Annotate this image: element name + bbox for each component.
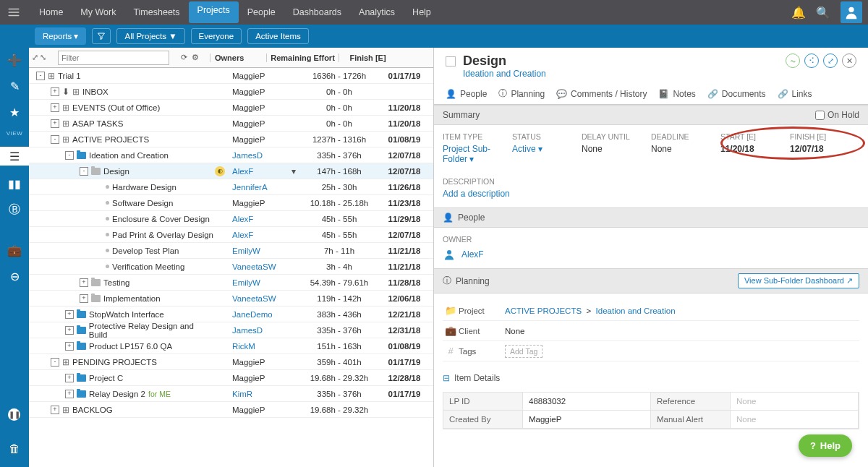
circle-minus-icon[interactable]: ⊖ (7, 268, 22, 284)
table-row[interactable]: +StopWatch InterfaceJaneDemo383h - 436h1… (29, 307, 433, 322)
table-row[interactable]: +⊞BACKLOGMaggieP19.68h - 29.32h (29, 402, 433, 418)
tree-toggle-icon[interactable]: - (51, 358, 59, 367)
row-owner[interactable]: VaneetaSW (228, 262, 284, 271)
table-row[interactable]: +Relay Design 2 for MEKimR335h - 376h01/… (29, 386, 433, 402)
breadcrumb-parent-link[interactable]: Ideation and Creation (463, 69, 546, 79)
row-owner[interactable]: JamesD (228, 151, 284, 160)
reports-button[interactable]: Reports ▾ (35, 27, 86, 45)
expand-arrows-icon[interactable]: ⤢ (32, 53, 38, 62)
close-icon[interactable]: ✕ (842, 53, 856, 68)
tree-toggle-icon[interactable]: + (65, 342, 74, 351)
nav-timesheets[interactable]: Timesheets (124, 1, 188, 23)
search-icon[interactable]: 🔍 (816, 6, 830, 20)
summary-value[interactable]: Active ▾ (512, 144, 582, 154)
table-row[interactable]: -Ideation and CreationJamesD335h - 376h1… (29, 147, 433, 163)
table-row[interactable]: -Design◐AlexF▾147h - 168h12/07/18 (29, 163, 433, 179)
tree-toggle-icon[interactable]: - (80, 167, 88, 176)
tree-toggle-icon[interactable]: + (51, 406, 59, 414)
plan-value[interactable]: None (505, 327, 859, 335)
tab-comments-history[interactable]: 💬Comments / History (556, 87, 647, 100)
tree-toggle-icon[interactable]: + (51, 119, 59, 128)
view-dashboard-button[interactable]: View Sub-Folder Dashboard ↗ (738, 273, 859, 288)
bold-view-icon[interactable]: Ⓑ (7, 202, 22, 218)
table-row[interactable]: Verification MeetingVaneetaSW3h - 4h11/2… (29, 259, 433, 275)
tab-planning[interactable]: ⓘPlanning (498, 87, 545, 100)
nav-help[interactable]: Help (404, 1, 440, 23)
row-owner[interactable]: AlexF (228, 231, 284, 239)
tree-toggle-icon[interactable]: + (80, 294, 88, 303)
filter-input[interactable] (58, 51, 169, 65)
owner-link[interactable]: AlexF (461, 249, 484, 260)
list-view-icon[interactable]: ☰ (0, 147, 29, 166)
briefcase-icon[interactable]: 💼 (7, 242, 22, 258)
expand-icon[interactable]: ⤢ (823, 53, 838, 68)
nav-projects[interactable]: Projects (189, 1, 239, 23)
rss-icon[interactable]: ⏦ (786, 53, 800, 68)
tree-toggle-icon[interactable]: + (51, 87, 59, 96)
table-row[interactable]: +⊞ASAP TASKSMaggieP0h - 0h11/20/18 (29, 116, 433, 132)
trash-icon[interactable]: 🗑 (7, 441, 22, 457)
tab-notes[interactable]: 📓Notes (658, 87, 695, 100)
nav-my-work[interactable]: My Work (72, 1, 124, 23)
gear-icon[interactable]: ⚙ (192, 53, 199, 62)
tree-toggle-icon[interactable]: - (51, 135, 59, 144)
row-owner[interactable]: EmilyW (228, 278, 284, 287)
table-row[interactable]: +Product LP157 6.0 QARickM151h - 163h01/… (29, 338, 433, 354)
table-row[interactable]: +ImplementationVaneetaSW119h - 142h12/06… (29, 291, 433, 307)
add-icon[interactable]: ➕ (7, 52, 22, 68)
tree-toggle-icon[interactable]: + (65, 310, 74, 319)
tree-toggle-icon[interactable]: + (51, 103, 59, 112)
help-button[interactable]: ?Help (799, 434, 852, 457)
nav-analytics[interactable]: Analytics (350, 1, 404, 23)
share-icon[interactable]: ⠪ (804, 53, 819, 68)
row-owner[interactable]: EmilyW (228, 247, 284, 255)
star-icon[interactable]: ★ (7, 104, 22, 120)
bell-icon[interactable]: 🔔 (791, 6, 806, 20)
table-row[interactable]: Pad Print & Overlay DesignAlexF45h - 55h… (29, 227, 433, 243)
collapse-toggle-icon[interactable]: ⊟ (443, 373, 450, 383)
table-row[interactable]: -⊞ACTIVE PROJECTSMaggieP1237h - 1316h01/… (29, 132, 433, 147)
tree-toggle-icon[interactable]: + (65, 374, 74, 382)
table-row[interactable]: +TestingEmilyW54.39h - 79.61h11/28/18 (29, 275, 433, 291)
row-owner[interactable]: JaneDemo (228, 310, 284, 319)
pause-icon[interactable]: ❚❚ (8, 408, 20, 421)
row-owner[interactable]: RickM (228, 342, 284, 351)
active-items-filter[interactable]: Active Items (247, 28, 309, 44)
table-row[interactable]: +Project CMaggieP19.68h - 29.32h12/28/18 (29, 370, 433, 386)
tab-documents[interactable]: 🔗Documents (707, 87, 766, 100)
table-row[interactable]: -⊞PENDING PROJECTSMaggieP359h - 401h01/1… (29, 354, 433, 370)
tree-toggle-icon[interactable]: + (80, 278, 88, 287)
table-row[interactable]: +⬇⊞INBOXMaggieP0h - 0h (29, 84, 433, 100)
filter-funnel-icon[interactable] (92, 28, 111, 44)
nav-home[interactable]: Home (30, 1, 72, 23)
table-row[interactable]: -⊞Trial 1MaggieP1636h - 1726h01/17/19 (29, 68, 433, 84)
everyone-filter[interactable]: Everyone (191, 28, 242, 44)
on-hold-checkbox[interactable] (815, 111, 825, 120)
row-owner[interactable]: JamesD (228, 326, 284, 335)
tree-toggle-icon[interactable]: - (65, 151, 74, 160)
tree-toggle-icon[interactable]: + (65, 390, 74, 398)
row-owner[interactable]: AlexF (228, 215, 284, 223)
item-checkbox[interactable] (446, 56, 456, 67)
edit-icon[interactable]: ✎ (7, 78, 22, 94)
columns-view-icon[interactable]: ▮▮ (7, 176, 22, 192)
plan-value[interactable]: Add Tag (505, 345, 859, 358)
tree-toggle-icon[interactable]: + (65, 326, 74, 335)
col-owners[interactable]: Owners (210, 53, 266, 62)
refresh-icon[interactable]: ⟳ (181, 53, 187, 62)
table-row[interactable]: Develop Test PlanEmilyW7h - 11h11/21/18 (29, 243, 433, 259)
table-row[interactable]: Hardware DesignJenniferA25h - 30h11/26/1… (29, 179, 433, 195)
col-effort[interactable]: Remaining Effort (266, 53, 339, 62)
row-owner[interactable]: JenniferA (228, 183, 284, 192)
tab-people[interactable]: 👤People (446, 87, 487, 100)
nav-people[interactable]: People (239, 1, 284, 23)
tab-links[interactable]: 🔗Links (778, 87, 812, 100)
table-row[interactable]: +Protective Relay Design and BuildJamesD… (29, 322, 433, 338)
col-finish[interactable]: Finish [E] (339, 53, 396, 62)
owner-caret-icon[interactable]: ▾ (284, 166, 303, 176)
table-row[interactable]: +⊞EVENTS (Out of Office)MaggieP0h - 0h11… (29, 100, 433, 116)
all-projects-filter[interactable]: All Projects ▼ (116, 28, 184, 44)
plan-value[interactable]: ACTIVE PROJECTS > Ideation and Creation (505, 307, 859, 315)
user-avatar[interactable] (841, 1, 862, 23)
add-description-link[interactable]: Add a description (443, 189, 510, 199)
